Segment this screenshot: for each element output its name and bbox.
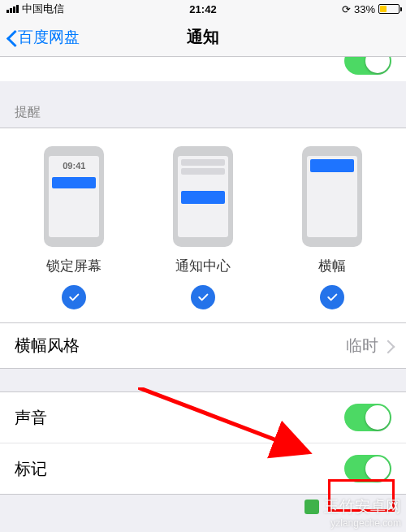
- spacer: [0, 369, 406, 391]
- banner-style-value: 临时: [346, 335, 378, 357]
- alert-style-group: 09:41 锁定屏幕 通知中心 横幅: [0, 128, 406, 323]
- alert-option-label: 横幅: [318, 257, 346, 275]
- toggle-knob: [365, 57, 390, 73]
- alert-check-row: [0, 275, 406, 316]
- alert-option-notification-center[interactable]: 通知中心: [139, 146, 266, 275]
- alert-option-banners[interactable]: 横幅: [268, 146, 395, 275]
- checkmark-icon[interactable]: [62, 285, 86, 309]
- section-header-alerts: 提醒: [0, 81, 406, 128]
- lock-time-label: 09:41: [49, 156, 99, 171]
- status-right: ⟳ 33%: [342, 3, 400, 15]
- battery-icon: [378, 4, 400, 14]
- battery-fill: [380, 6, 387, 12]
- checkmark-icon[interactable]: [191, 285, 215, 309]
- status-left: 中国电信: [6, 2, 64, 16]
- banner-style-group: 横幅风格 临时: [0, 323, 406, 369]
- toggle-knob: [365, 456, 390, 481]
- back-button[interactable]: 百度网盘: [6, 27, 80, 48]
- alert-option-lock-screen[interactable]: 09:41 锁定屏幕: [11, 146, 138, 275]
- badge-row[interactable]: 标记: [0, 443, 406, 494]
- nav-bar: 百度网盘 通知: [0, 18, 406, 57]
- row-label: 标记: [15, 458, 47, 480]
- watermark-logo-icon: [304, 500, 319, 514]
- alert-option-label: 通知中心: [175, 257, 231, 275]
- carrier-label: 中国电信: [22, 2, 64, 16]
- notification-center-preview-icon: [173, 146, 233, 247]
- watermark: 玉竹安卓网 yzlangeche.com: [304, 496, 401, 529]
- alert-option-label: 锁定屏幕: [46, 257, 102, 275]
- sound-toggle[interactable]: [344, 404, 391, 431]
- signal-icon: [6, 5, 19, 13]
- back-label: 百度网盘: [18, 27, 80, 48]
- badge-toggle[interactable]: [344, 455, 391, 482]
- clock-label: 21:42: [189, 3, 216, 15]
- orientation-lock-icon: ⟳: [342, 3, 351, 15]
- row-value-area: 临时: [346, 335, 391, 357]
- lock-screen-preview-icon: 09:41: [44, 146, 104, 247]
- watermark-en: yzlangeche.com: [330, 517, 401, 529]
- allow-notifications-toggle[interactable]: [344, 57, 391, 75]
- status-bar: 中国电信 21:42 ⟳ 33%: [0, 0, 406, 18]
- checkmark-icon[interactable]: [320, 285, 344, 309]
- banner-style-row[interactable]: 横幅风格 临时: [0, 323, 406, 368]
- chevron-right-icon: [383, 339, 391, 353]
- sound-badge-group: 声音 标记: [0, 391, 406, 495]
- watermark-cn: 玉竹安卓网: [324, 496, 401, 517]
- banner-preview-icon: [302, 146, 362, 247]
- alert-preview-row: 09:41 锁定屏幕 通知中心 横幅: [0, 141, 406, 275]
- toggle-knob: [365, 405, 390, 430]
- chevron-left-icon: [6, 28, 16, 46]
- battery-percent: 33%: [354, 3, 375, 15]
- cutoff-row-allow-notifications[interactable]: [0, 57, 406, 81]
- row-label: 横幅风格: [15, 335, 80, 357]
- row-label: 声音: [15, 407, 47, 429]
- sound-row[interactable]: 声音: [0, 392, 406, 443]
